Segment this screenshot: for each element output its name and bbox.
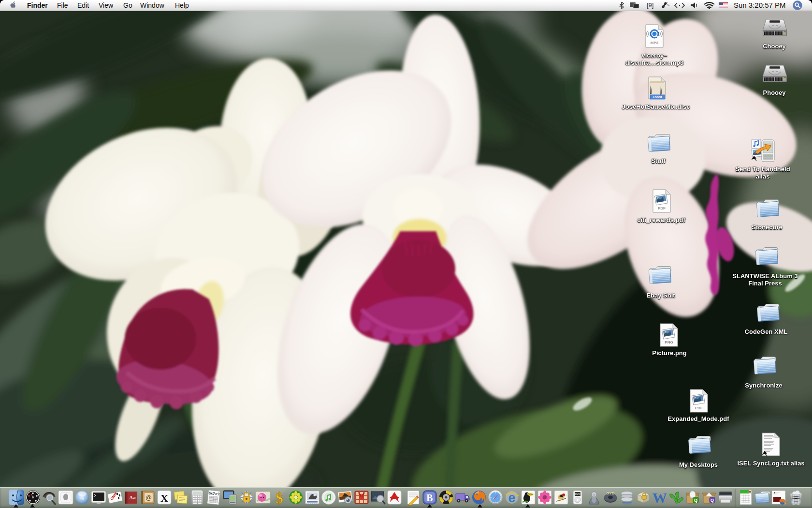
- svg-text:$: $: [276, 489, 283, 507]
- svg-text:Q: Q: [710, 498, 714, 503]
- svg-text:W: W: [652, 490, 667, 506]
- svg-text:PDF: PDF: [658, 206, 666, 210]
- svg-text:@: @: [145, 494, 152, 501]
- svg-text:PDF: PDF: [695, 406, 703, 410]
- svg-text:Aa: Aa: [129, 494, 136, 500]
- svg-text:MP3: MP3: [651, 41, 659, 45]
- svg-text:4: 4: [80, 493, 85, 502]
- svg-text:PNG: PNG: [665, 340, 673, 344]
- svg-text:DVD: DVD: [607, 491, 615, 495]
- svg-text:Q: Q: [694, 498, 697, 503]
- svg-text:Toast: Toast: [652, 95, 662, 99]
- svg-text:X: X: [160, 492, 168, 504]
- svg-text:DVD: DVD: [575, 493, 580, 495]
- svg-text:B: B: [426, 493, 433, 503]
